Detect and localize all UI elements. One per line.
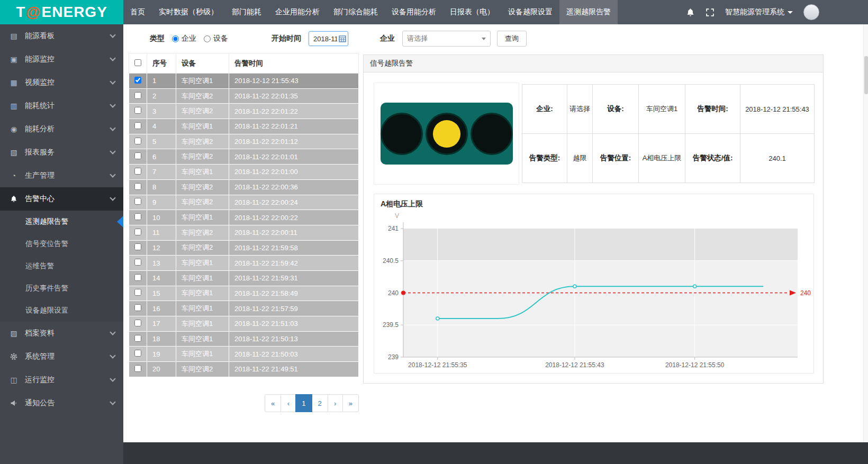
- table-cell: 2018-11-22 21:57:59: [229, 301, 359, 316]
- row-checkbox[interactable]: [134, 243, 141, 250]
- nav-item[interactable]: 部门综合能耗: [327, 0, 385, 24]
- table-row[interactable]: 5车间空调22018-11-22 22:01:12: [129, 134, 359, 149]
- table-row[interactable]: 6车间空调22018-11-22 22:01:01: [129, 149, 359, 165]
- row-checkbox[interactable]: [134, 289, 141, 296]
- table-cell: 2: [147, 88, 176, 104]
- table-row[interactable]: 19车间空调12018-11-22 21:50:03: [129, 347, 359, 362]
- table-row[interactable]: 11车间空调22018-11-22 22:00:11: [129, 225, 359, 240]
- table-row[interactable]: 13车间空调12018-11-22 21:59:42: [129, 256, 359, 271]
- row-checkbox[interactable]: [134, 365, 141, 372]
- row-checkbox[interactable]: [134, 152, 141, 159]
- row-checkbox[interactable]: [134, 122, 141, 129]
- fullscreen-icon[interactable]: [706, 8, 715, 17]
- sidebar-subitem[interactable]: 历史事件告警: [0, 277, 123, 299]
- page-button[interactable]: 2: [312, 394, 328, 412]
- sidebar-item-label: 能源看板: [25, 31, 55, 41]
- sidebar-subitem[interactable]: 运维告警: [0, 255, 123, 277]
- select-all-checkbox[interactable]: [134, 59, 141, 66]
- chevron-down-icon: [110, 376, 115, 381]
- table-row[interactable]: 1车间空调12018-12-12 21:55:43: [129, 74, 359, 89]
- row-checkbox[interactable]: [134, 183, 141, 190]
- sidebar-item[interactable]: ▨档案资料: [0, 322, 123, 345]
- row-checkbox[interactable]: [134, 138, 141, 144]
- table-cell: 2018-11-22 22:01:12: [229, 134, 359, 149]
- row-checkbox[interactable]: [134, 92, 141, 99]
- table-row[interactable]: 15车间空调12018-11-22 21:58:49: [129, 286, 359, 301]
- chart-title: A相电压上限: [381, 199, 423, 209]
- row-checkbox[interactable]: [134, 77, 141, 84]
- sidebar-subitem[interactable]: 设备越限设置: [0, 299, 123, 322]
- sidebar-item[interactable]: 系统管理: [0, 345, 123, 368]
- table-row[interactable]: 7车间空调12018-11-22 22:01:00: [129, 165, 359, 180]
- radio-device-input[interactable]: [204, 35, 211, 42]
- sidebar-item[interactable]: ◉能耗分析: [0, 117, 123, 141]
- page-button[interactable]: »: [342, 394, 359, 412]
- radio-enterprise-input[interactable]: [172, 35, 179, 42]
- table-row[interactable]: 14车间空调12018-11-22 21:59:31: [129, 270, 359, 286]
- table-row[interactable]: 20车间空调22018-11-22 21:49:51: [129, 362, 359, 377]
- detail-label: 告警状态/值:: [685, 134, 740, 183]
- sidebar-item[interactable]: ◫运行监控: [0, 368, 123, 392]
- chevron-down-icon: [110, 78, 115, 84]
- table-row[interactable]: 8车间空调22018-11-22 22:00:36: [129, 179, 359, 195]
- row-checkbox[interactable]: [134, 107, 141, 114]
- sidebar-item[interactable]: ▤能源看板: [0, 24, 123, 48]
- table-row[interactable]: 17车间空调12018-11-22 21:51:03: [129, 316, 359, 332]
- nav-item[interactable]: 设备越限设置: [501, 0, 559, 24]
- row-checkbox[interactable]: [134, 320, 141, 326]
- notice-icon: [8, 399, 19, 407]
- page-button[interactable]: 1: [295, 394, 312, 412]
- vertical-scrollbar[interactable]: [863, 24, 868, 442]
- row-checkbox[interactable]: [134, 350, 141, 357]
- table-row[interactable]: 10车间空调12018-11-22 22:00:22: [129, 210, 359, 225]
- table-row[interactable]: 16车间空调12018-11-22 21:57:59: [129, 301, 359, 316]
- alarm-table-panel: 序号 设备 告警时间 1车间空调12018-12-12 21:55:432车间空…: [129, 53, 359, 423]
- table-row[interactable]: 18车间空调12018-11-22 21:50:13: [129, 331, 359, 347]
- sidebar-item[interactable]: 告警中心: [0, 187, 123, 211]
- row-checkbox[interactable]: [134, 304, 141, 311]
- query-button[interactable]: 查询: [497, 31, 527, 47]
- table-row[interactable]: 4车间空调12018-11-22 22:01:21: [129, 119, 359, 134]
- page-button[interactable]: «: [265, 394, 281, 412]
- nav-item[interactable]: 日报表（电）: [443, 0, 501, 24]
- row-checkbox[interactable]: [134, 198, 141, 205]
- sidebar-item[interactable]: ▥能耗统计: [0, 94, 123, 117]
- sidebar-item[interactable]: ▣能源监控: [0, 48, 123, 71]
- calendar-icon[interactable]: [339, 35, 346, 42]
- page-button[interactable]: ‹: [281, 394, 296, 412]
- sidebar-item[interactable]: ◔生产管理: [0, 164, 123, 187]
- row-checkbox[interactable]: [134, 168, 141, 175]
- enterprise-select[interactable]: 请选择: [402, 31, 491, 47]
- sidebar-subitem[interactable]: 遥测越限告警: [0, 211, 123, 233]
- table-row[interactable]: 2车间空调22018-11-22 22:01:35: [129, 88, 359, 104]
- nav-item[interactable]: 设备用能分析: [385, 0, 443, 24]
- sidebar-item[interactable]: ▧报表服务: [0, 141, 123, 164]
- nav-item[interactable]: 实时数据（秒级）: [152, 0, 225, 24]
- sidebar-item[interactable]: ▦视频监控: [0, 71, 123, 94]
- table-row[interactable]: 9车间空调22018-11-22 22:00:24: [129, 195, 359, 210]
- sidebar-item[interactable]: 通知公告: [0, 392, 123, 415]
- table-row[interactable]: 3车间空调22018-11-22 22:01:22: [129, 104, 359, 119]
- radio-device[interactable]: 设备: [204, 34, 228, 43]
- table-cell: 16: [147, 301, 176, 316]
- detail-label: 告警位置:: [593, 134, 639, 183]
- avatar[interactable]: [803, 4, 819, 20]
- system-title-menu[interactable]: 智慧能源管理系统: [725, 7, 793, 17]
- table-row[interactable]: 12车间空调22018-11-22 21:59:58: [129, 240, 359, 256]
- nav-item[interactable]: 遥测越限告警: [559, 0, 618, 24]
- nav-item[interactable]: 首页: [123, 0, 152, 24]
- row-checkbox[interactable]: [134, 274, 141, 281]
- row-checkbox[interactable]: [134, 259, 141, 266]
- nav-item[interactable]: 企业用能分析: [268, 0, 327, 24]
- nav-item[interactable]: 部门能耗: [225, 0, 268, 24]
- top-nav: 首页实时数据（秒级）部门能耗企业用能分析部门综合能耗设备用能分析日报表（电）设备…: [123, 0, 618, 24]
- bell-icon[interactable]: [686, 8, 695, 17]
- scrollbar-thumb[interactable]: [864, 56, 868, 94]
- row-checkbox[interactable]: [134, 213, 141, 220]
- row-checkbox[interactable]: [134, 335, 141, 342]
- table-cell: 10: [147, 210, 176, 225]
- sidebar-subitem[interactable]: 信号变位告警: [0, 233, 123, 255]
- page-button[interactable]: ›: [328, 394, 343, 412]
- row-checkbox[interactable]: [134, 229, 141, 235]
- radio-enterprise[interactable]: 企业: [172, 34, 196, 43]
